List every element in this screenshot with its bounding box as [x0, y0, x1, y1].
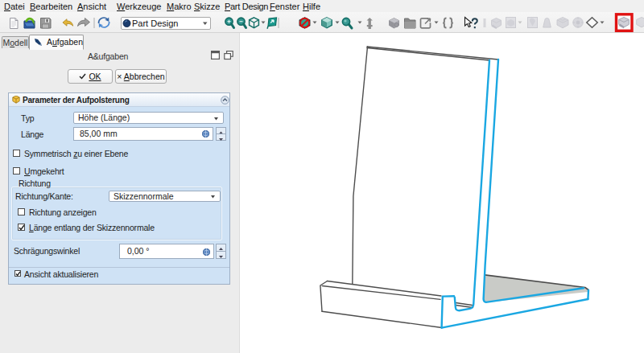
- svg-text:Part Design: Part Design: [132, 18, 178, 28]
